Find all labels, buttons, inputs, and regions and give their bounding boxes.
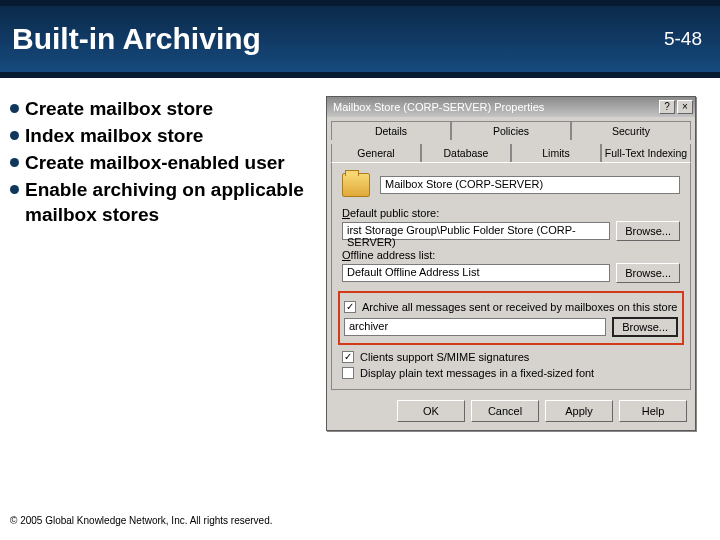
default-public-store-input[interactable]: irst Storage Group\Public Folder Store (… (342, 222, 610, 240)
properties-dialog: Mailbox Store (CORP-SERVER) Properties ?… (326, 96, 696, 431)
bullet-icon (10, 158, 19, 167)
offline-address-list-input[interactable]: Default Offline Address List (342, 264, 610, 282)
bullet-icon (10, 131, 19, 140)
help-button[interactable]: ? (659, 100, 675, 114)
list-item: Index mailbox store (10, 123, 320, 148)
slide-header: Built-in Archiving 5-48 (0, 0, 720, 78)
offline-address-list-label: Offline address list: (342, 249, 680, 261)
store-name-input[interactable]: Mailbox Store (CORP-SERVER) (380, 176, 680, 194)
plaintext-checkbox[interactable] (342, 367, 354, 379)
archive-highlight: ✓ Archive all messages sent or received … (338, 291, 684, 345)
slide-number: 5-48 (664, 28, 702, 50)
smime-checkbox-label: Clients support S/MIME signatures (360, 351, 529, 363)
tab-database[interactable]: Database (421, 144, 511, 162)
list-item: Enable archiving on applicable mailbox s… (10, 177, 320, 227)
bullet-list: Create mailbox store Index mailbox store… (10, 96, 320, 431)
slide-title: Built-in Archiving (12, 22, 261, 56)
archive-target-input[interactable]: archiver (344, 318, 606, 336)
browse-offline-list-button[interactable]: Browse... (616, 263, 680, 283)
tab-limits[interactable]: Limits (511, 144, 601, 162)
browse-public-store-button[interactable]: Browse... (616, 221, 680, 241)
tab-security[interactable]: Security (571, 121, 691, 140)
tab-general[interactable]: General (331, 144, 421, 162)
tab-strip: Details Policies Security (331, 121, 691, 140)
archive-checkbox-label: Archive all messages sent or received by… (362, 301, 677, 313)
tab-fulltext[interactable]: Full-Text Indexing (601, 144, 691, 162)
list-item: Create mailbox store (10, 96, 320, 121)
browse-archive-button[interactable]: Browse... (612, 317, 678, 337)
tab-panel-general: Mailbox Store (CORP-SERVER) Default publ… (331, 162, 691, 390)
close-button[interactable]: × (677, 100, 693, 114)
bullet-icon (10, 185, 19, 194)
dialog-button-row: OK Cancel Apply Help (327, 394, 695, 430)
default-public-store-label: Default public store: (342, 207, 680, 219)
dialog-title: Mailbox Store (CORP-SERVER) Properties (333, 101, 657, 113)
apply-button[interactable]: Apply (545, 400, 613, 422)
cancel-button[interactable]: Cancel (471, 400, 539, 422)
bullet-icon (10, 104, 19, 113)
archive-checkbox[interactable]: ✓ (344, 301, 356, 313)
tab-strip-2: General Database Limits Full-Text Indexi… (331, 144, 691, 162)
smime-checkbox[interactable]: ✓ (342, 351, 354, 363)
list-item: Create mailbox-enabled user (10, 150, 320, 175)
plaintext-checkbox-label: Display plain text messages in a fixed-s… (360, 367, 594, 379)
mailbox-store-icon (342, 173, 370, 197)
dialog-titlebar[interactable]: Mailbox Store (CORP-SERVER) Properties ?… (327, 97, 695, 117)
tab-details[interactable]: Details (331, 121, 451, 140)
copyright-footer: © 2005 Global Knowledge Network, Inc. Al… (10, 515, 273, 526)
ok-button[interactable]: OK (397, 400, 465, 422)
help-button-bottom[interactable]: Help (619, 400, 687, 422)
tab-policies[interactable]: Policies (451, 121, 571, 140)
